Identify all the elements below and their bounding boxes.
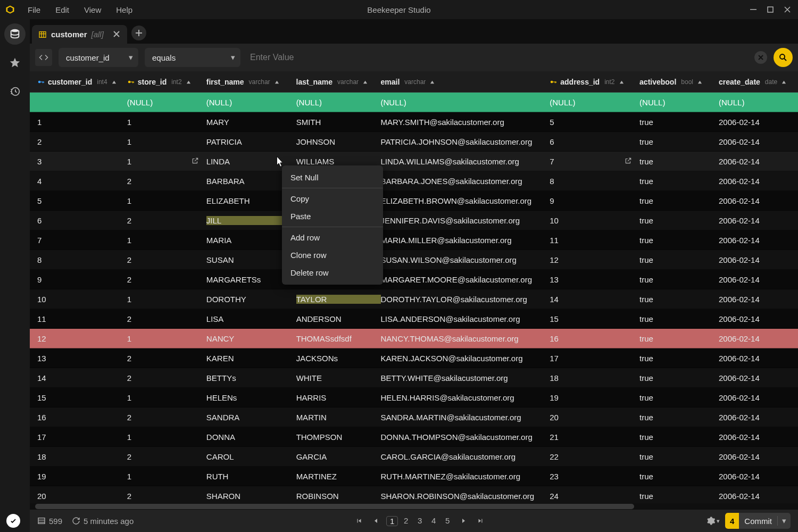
cell[interactable]: 15 — [37, 393, 127, 402]
page-1[interactable]: 1 — [386, 516, 398, 526]
cell[interactable]: true — [639, 334, 719, 343]
cell[interactable]: 1 — [127, 157, 206, 166]
cell[interactable]: 2 — [127, 413, 206, 422]
ctx-add-row[interactable]: Add row — [282, 229, 383, 246]
table-row[interactable]: 202SHARONROBINSONSHARON.ROBINSON@sakilac… — [30, 486, 798, 503]
cell[interactable]: DONNA — [206, 433, 296, 442]
cell[interactable]: RUTH.MARTINEZ@sakilacustomer.org — [381, 472, 550, 481]
cell[interactable]: 2006-02-14 — [719, 255, 798, 264]
commit-button[interactable]: 4 Commit ▾ — [725, 513, 791, 529]
cell[interactable]: 9 — [550, 196, 639, 205]
cell[interactable]: 2006-02-14 — [719, 118, 798, 127]
cell[interactable]: 24 — [550, 492, 639, 501]
cell[interactable]: (NULL) — [127, 98, 206, 107]
column-header-activebool[interactable]: activeboolbool — [639, 78, 719, 86]
cell[interactable]: true — [639, 295, 719, 304]
cell[interactable]: 4 — [37, 177, 127, 186]
menu-edit[interactable]: Edit — [49, 3, 76, 16]
cell[interactable]: true — [639, 177, 719, 186]
table-row[interactable]: 82SUSANWILSONSUSAN.WILSON@sakilacustomer… — [30, 250, 798, 270]
cell[interactable]: true — [639, 373, 719, 383]
table-row[interactable]: 51ELIZABETHBROWNELIZABETH.BROWN@sakilacu… — [30, 191, 798, 211]
cell[interactable]: (NULL) — [719, 98, 798, 107]
cell[interactable]: ANDERSON — [296, 314, 381, 323]
cell[interactable]: 22 — [550, 452, 639, 461]
ctx-clone-row[interactable]: Clone row — [282, 246, 383, 264]
column-header-store_id[interactable]: store_idint2 — [127, 78, 206, 86]
sidebar-item-database[interactable] — [4, 23, 26, 45]
cell[interactable]: 7 — [550, 157, 639, 166]
null-row[interactable]: (NULL)(NULL)(NULL)(NULL)(NULL)(NULL)(NUL… — [30, 93, 798, 112]
table-row[interactable]: 142BETTYsWHITEBETTY.WHITE@sakilacustomer… — [30, 368, 798, 388]
column-header-customer_id[interactable]: customer_idint4 — [37, 78, 127, 86]
cell[interactable]: 13 — [37, 354, 127, 363]
cell[interactable]: 19 — [550, 393, 639, 402]
cell[interactable]: 7 — [37, 236, 127, 245]
menu-help[interactable]: Help — [110, 3, 139, 16]
cell[interactable]: true — [639, 472, 719, 481]
cell[interactable]: 17 — [37, 433, 127, 442]
foreign-key-icon[interactable] — [192, 157, 199, 166]
cell[interactable]: SMITH — [296, 118, 381, 127]
page-prev-button[interactable] — [369, 514, 383, 528]
cell[interactable]: 2006-02-14 — [719, 393, 798, 402]
ctx-delete-row[interactable]: Delete row — [282, 264, 383, 281]
column-header-email[interactable]: emailvarchar — [380, 78, 550, 86]
cell[interactable]: 16 — [37, 413, 127, 422]
cell[interactable]: SHARON.ROBINSON@sakilacustomer.org — [381, 492, 550, 501]
cell[interactable]: true — [639, 314, 719, 323]
cell[interactable]: 2006-02-14 — [719, 334, 798, 343]
settings-button[interactable]: ▾ — [706, 516, 720, 526]
ctx-set-null[interactable]: Set Null — [282, 169, 383, 186]
page-4[interactable]: 4 — [428, 516, 439, 526]
cell[interactable]: 11 — [37, 314, 127, 323]
cell[interactable]: 2006-02-14 — [719, 196, 798, 205]
new-tab-button[interactable] — [131, 26, 146, 40]
cell[interactable]: true — [639, 216, 719, 225]
cell[interactable]: 21 — [550, 433, 639, 442]
cell[interactable]: true — [639, 275, 719, 284]
cell[interactable]: 20 — [37, 492, 127, 501]
cell[interactable]: DOROTHY.TAYLOR@sakilacustomer.org — [381, 295, 550, 304]
cell[interactable]: ELIZABETH.BROWN@sakilacustomer.org — [381, 196, 550, 205]
cell[interactable]: BETTYs — [206, 373, 296, 383]
cell[interactable]: 2006-02-14 — [719, 373, 798, 383]
table-row[interactable]: 11MARYSMITHMARY.SMITH@sakilacustomer.org… — [30, 112, 798, 132]
cell[interactable]: 15 — [550, 314, 639, 323]
cell[interactable]: MARGARET.MOORE@sakilacustomer.org — [381, 275, 550, 284]
column-header-first_name[interactable]: first_namevarchar — [206, 78, 296, 86]
cell[interactable]: 2006-02-14 — [719, 177, 798, 186]
cell[interactable]: 1 — [127, 334, 206, 343]
cell[interactable]: 2006-02-14 — [719, 413, 798, 422]
cell[interactable]: BARBARA.JONES@sakilacustomer.org — [381, 177, 550, 186]
table-row[interactable]: 62JILLDAVISJENNIFER.DAVIS@sakilacustomer… — [30, 211, 798, 230]
cell[interactable]: 18 — [550, 373, 639, 383]
cell[interactable]: PATRICIA — [206, 137, 296, 146]
cell[interactable]: 5 — [550, 118, 639, 127]
cell[interactable]: 1 — [127, 472, 206, 481]
cell[interactable]: 2 — [127, 373, 206, 383]
cell[interactable]: 12 — [37, 334, 127, 343]
horizontal-scrollbar[interactable] — [30, 503, 798, 510]
cell[interactable]: RUTH — [206, 472, 296, 481]
cell[interactable]: LINDA — [206, 157, 296, 166]
cell[interactable]: 1 — [127, 433, 206, 442]
cell[interactable]: 2006-02-14 — [719, 275, 798, 284]
cell[interactable]: 8 — [37, 255, 127, 264]
sidebar-item-favorites[interactable] — [4, 52, 26, 73]
page-next-button[interactable] — [456, 514, 470, 528]
table-row[interactable]: 182CAROLGARCIACAROL.GARCIA@sakilacustome… — [30, 447, 798, 467]
cell[interactable]: true — [639, 452, 719, 461]
cell[interactable]: BETTY.WHITE@sakilacustomer.org — [381, 373, 550, 383]
cell[interactable]: 8 — [550, 177, 639, 186]
cell[interactable]: 1 — [127, 118, 206, 127]
window-maximize-icon[interactable] — [767, 6, 774, 13]
sync-status-icon[interactable] — [6, 514, 20, 528]
cell[interactable]: HARRIS — [296, 393, 381, 402]
cell[interactable]: 1 — [127, 393, 206, 402]
cell[interactable]: JOHNSON — [296, 137, 381, 146]
cell[interactable]: MARY.SMITH@sakilacustomer.org — [381, 118, 550, 127]
tab-customer[interactable]: customer [all] — [32, 25, 127, 44]
cell[interactable]: true — [639, 118, 719, 127]
cell[interactable]: 1 — [127, 196, 206, 205]
